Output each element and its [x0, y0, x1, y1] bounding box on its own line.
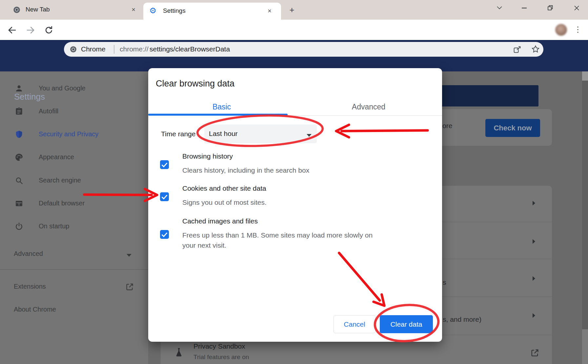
privacy-sandbox-title[interactable]: Privacy Sandbox	[193, 342, 245, 350]
tab-basic[interactable]: Basic	[148, 98, 295, 115]
chevron-right-icon[interactable]	[532, 276, 536, 282]
sidebar-advanced-label[interactable]: Advanced	[14, 250, 43, 258]
sidebar-item-about-chrome[interactable]: About Chrome	[14, 306, 56, 313]
sidebar-divider	[0, 269, 148, 270]
reload-icon	[44, 25, 54, 35]
share-icon[interactable]	[513, 45, 522, 55]
sidebar-item-label: You and Google	[39, 85, 86, 92]
external-link-icon[interactable]	[125, 282, 134, 293]
sidebar-item-label: Autofill	[39, 107, 58, 115]
check-now-button[interactable]: Check now	[485, 119, 540, 137]
sidebar-item-on-startup[interactable]: On startup	[0, 220, 148, 233]
checkbox-row: Cached images and files Frees up less th…	[182, 216, 386, 250]
flask-icon	[175, 347, 183, 359]
sidebar-item-autofill[interactable]: Autofill	[0, 105, 148, 118]
reload-button[interactable]	[44, 25, 54, 36]
tab-settings[interactable]: ⚙ Settings ×	[143, 3, 281, 20]
external-link-icon[interactable]	[530, 348, 539, 359]
sidebar-item-label: Security and Privacy	[39, 130, 98, 138]
sidebar-item-search-engine[interactable]: Search engine	[0, 174, 148, 187]
close-tab-icon[interactable]: ×	[129, 5, 138, 14]
checkbox-row: Browsing history Clears history, includi…	[182, 151, 392, 175]
page-title: Settings	[14, 92, 45, 102]
power-icon	[15, 222, 23, 231]
close-window-button[interactable]	[570, 3, 583, 13]
sidebar-item-label: On startup	[39, 222, 69, 230]
tab-strip: New Tab × ⚙ Settings × +	[0, 0, 588, 20]
row-text-fragment: s, and more)	[443, 316, 481, 323]
site-label: Chrome	[81, 45, 106, 53]
chevron-right-icon[interactable]	[532, 313, 536, 319]
row-description: Frees up less than 1 MB. Some sites may …	[182, 230, 386, 250]
sidebar-item-label: Default browser	[39, 200, 85, 207]
time-range-value: Last hour	[209, 130, 238, 138]
shield-icon	[15, 130, 23, 139]
gear-icon: ⚙	[149, 6, 156, 15]
tab-new-tab[interactable]: New Tab ×	[3, 0, 140, 20]
chevron-right-icon[interactable]	[532, 239, 536, 245]
chromium-favicon-icon	[12, 6, 21, 15]
sidebar-item-security-privacy[interactable]: Security and Privacy	[0, 128, 148, 141]
row-description: Signs you out of most sites.	[182, 197, 392, 207]
chromium-site-icon	[69, 45, 77, 55]
avatar[interactable]	[555, 24, 567, 36]
active-tab-indicator	[148, 114, 288, 116]
checkbox-cached-images[interactable]	[160, 230, 169, 239]
sidebar-item-default-browser[interactable]: Default browser	[0, 197, 148, 210]
cancel-button[interactable]: Cancel	[334, 315, 375, 333]
bookmark-star-icon[interactable]	[531, 45, 540, 55]
checkmark-icon	[160, 230, 169, 239]
palette-icon	[15, 153, 23, 162]
row-label: Cached images and files	[182, 216, 386, 226]
row-label: Browsing history	[182, 151, 392, 161]
tab-title: Settings	[163, 7, 186, 14]
time-range-dropdown[interactable]: Last hour	[204, 125, 317, 143]
url-path: settings/clearBrowserData	[150, 45, 230, 53]
browser-menu-icon[interactable]: ⋮	[574, 25, 582, 34]
tab-title: New Tab	[26, 6, 50, 13]
url-separator	[114, 45, 114, 54]
browser-window: New Tab × ⚙ Settings × +	[0, 0, 588, 364]
checkbox-cookies[interactable]	[160, 192, 169, 201]
dropdown-caret-icon	[307, 132, 312, 138]
row-description: Clears history, including in the search …	[182, 165, 392, 175]
scrollbar-thumb[interactable]	[582, 329, 588, 364]
sidebar-item-label: Appearance	[39, 153, 74, 161]
clear-browsing-data-dialog: Clear browsing data Basic Advanced Time …	[148, 68, 442, 342]
sidebar-item-label: Search engine	[39, 177, 81, 184]
tab-advanced[interactable]: Advanced	[295, 98, 442, 115]
row-label: Cookies and other site data	[182, 183, 392, 193]
magnifier-icon	[15, 176, 23, 185]
forward-button[interactable]	[26, 25, 35, 36]
minimize-button[interactable]	[517, 3, 531, 13]
privacy-sandbox-subtitle: Trial features are on	[193, 354, 249, 361]
url-scheme: chrome://	[120, 45, 149, 53]
checkbox-row: Cookies and other site data Signs you ou…	[182, 183, 392, 207]
settings-sidebar: You and Google Autofill Security and Pri…	[0, 71, 148, 364]
row-text-fragment: s	[443, 278, 446, 286]
chevron-right-icon[interactable]	[532, 201, 536, 207]
browser-window-icon	[15, 199, 23, 208]
chevron-down-icon[interactable]	[127, 252, 132, 258]
forward-icon	[26, 25, 35, 35]
tab-search-chevron-icon[interactable]	[493, 3, 506, 13]
dialog-title: Clear browsing data	[156, 79, 234, 89]
time-range-label: Time range	[161, 130, 195, 138]
checkbox-browsing-history[interactable]	[160, 160, 169, 169]
checkmark-icon	[160, 160, 169, 169]
new-tab-button[interactable]: +	[287, 5, 297, 15]
back-icon	[7, 25, 17, 35]
sidebar-item-extensions[interactable]: Extensions	[14, 283, 46, 290]
clipboard-icon	[15, 107, 23, 116]
back-button[interactable]	[7, 25, 17, 36]
clear-data-button[interactable]: Clear data	[380, 315, 433, 333]
checkmark-icon	[160, 192, 169, 201]
restore-button[interactable]	[544, 3, 557, 13]
url-bar[interactable]: Chrome chrome:// settings/clearBrowserDa…	[64, 42, 543, 57]
close-tab-icon[interactable]: ×	[265, 7, 274, 15]
browser-toolbar: Chrome chrome:// settings/clearBrowserDa…	[0, 20, 588, 40]
scrollbar-track[interactable]	[582, 71, 588, 364]
scrollbar-cap	[582, 71, 588, 81]
safety-check-text-fragment: ore	[442, 122, 452, 130]
sidebar-item-appearance[interactable]: Appearance	[0, 151, 148, 164]
